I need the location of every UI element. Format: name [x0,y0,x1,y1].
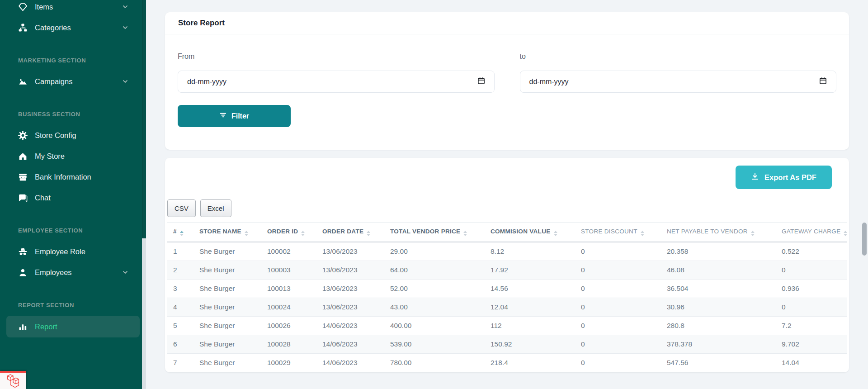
gem-icon [18,2,28,12]
table-cell: She Burger [193,335,261,354]
table-cell: 0 [775,261,847,280]
from-date-input[interactable]: dd-mm-yyyy [178,71,495,93]
csv-button[interactable]: CSV [167,199,196,217]
column-header-store-discount[interactable]: STORE DISCOUNT [575,223,660,242]
report-card-body: CSV Excel #STORE NAMEORDER IDORDER DATET… [165,197,849,372]
table-cell: 29.00 [384,242,484,261]
table-cell: 0 [575,261,660,280]
table-cell: 13/06/2023 [316,298,384,317]
table-cell: 13/06/2023 [316,242,384,261]
to-label: to [520,52,837,61]
sidebar-scrollbar-thumb[interactable] [142,0,146,238]
table-cell: 7 [167,354,193,372]
export-pdf-label: Export As PDF [764,173,816,182]
sort-arrows-icon [844,231,847,236]
table-cell: 52.00 [384,280,484,298]
report-table-header-row: #STORE NAMEORDER IDORDER DATETOTAL VENDO… [167,223,847,242]
calendar-icon-slot-from[interactable] [477,77,485,86]
calendar-icon [477,77,485,85]
report-table-card: Export As PDF CSV Excel #STORE NAMEORDER… [165,158,849,372]
table-cell: 100024 [261,298,316,317]
column-header-label: ORDER ID [267,228,298,235]
sidebar-item-label: Report [35,323,57,331]
table-cell: 0 [575,280,660,298]
table-cell: 4 [167,298,193,317]
sort-arrows-icon [641,231,644,236]
sidebar-item-chat[interactable]: Chat [0,187,146,208]
table-cell: 30.96 [660,298,775,317]
sort-arrows-icon [180,231,184,236]
page-scrollbar-thumb[interactable] [862,223,867,256]
sort-arrows-icon [751,231,755,236]
from-date-placeholder: dd-mm-yyyy [187,78,226,86]
sidebar-item-label: Campaigns [35,77,72,86]
filter-card-body: From dd-mm-yyyy to dd-mm-yyyy Filter [165,34,849,150]
sitemap-icon [18,23,28,33]
export-pdf-button[interactable]: Export As PDF [736,166,832,189]
calendar-icon-slot-to[interactable] [819,77,827,86]
table-row: 7She Burger10002914/06/2023780.00218.405… [167,354,847,372]
sidebar-item-report[interactable]: Report [6,316,140,337]
laravel-debug-badge[interactable] [0,371,26,389]
excel-button[interactable]: Excel [200,199,231,217]
column-header-store-name[interactable]: STORE NAME [193,223,261,242]
sidebar-item-my-store[interactable]: My Store [0,146,146,166]
sidebar-item-categories[interactable]: Categories [0,17,146,38]
download-icon [751,172,759,180]
store-report-card-header: Store Report [165,12,849,34]
column-header-total-vendor-price[interactable]: TOTAL VENDOR PRICE [384,223,484,242]
sort-arrows-icon [367,231,370,236]
main-content: Store Report From dd-mm-yyyy to dd-mm-yy… [146,0,868,389]
table-cell: 14.56 [484,280,575,298]
column-header-label: COMMISION VALUE [491,228,551,235]
table-cell: 17.92 [484,261,575,280]
table-cell: 3 [167,280,193,298]
to-date-input[interactable]: dd-mm-yyyy [520,71,837,93]
column-header-net-payable-to-vendor[interactable]: NET PAYABLE TO VENDOR [660,223,775,242]
column-header--[interactable]: # [167,223,193,242]
sidebar-item-bank-information[interactable]: Bank Information [0,166,146,187]
table-cell: 150.92 [484,335,575,354]
sort-arrows-icon [554,231,557,236]
sidebar-item-store-config[interactable]: Store Config [0,125,146,146]
table-cell: 378.378 [660,335,775,354]
sidebar-item-label: Store Config [35,131,76,140]
column-header-commision-value[interactable]: COMMISION VALUE [484,223,575,242]
table-cell: 9.702 [775,335,847,354]
table-cell: 0 [575,317,660,335]
column-header-label: TOTAL VENDOR PRICE [390,228,460,235]
sidebar-item-employees[interactable]: Employees [0,262,146,283]
sidebar-item-label: Items [35,3,53,11]
table-cell: She Burger [193,298,261,317]
table-cell: 7.2 [775,317,847,335]
table-cell: 12.04 [484,298,575,317]
report-card-header: Export As PDF [165,158,849,197]
table-cell: She Burger [193,317,261,335]
column-header-label: GATEWAY CHARGE [782,228,840,235]
page-title: Store Report [178,19,225,27]
table-cell: 14/06/2023 [316,317,384,335]
chevron-down-icon [122,269,129,276]
sidebar-item-employee-role[interactable]: Employee Role [0,241,146,262]
column-header-order-id[interactable]: ORDER ID [261,223,316,242]
sidebar-item-campaigns[interactable]: Campaigns [0,71,146,92]
table-cell: 0 [775,298,847,317]
table-cell: 43.00 [384,298,484,317]
sidebar-item-items[interactable]: Items [0,0,146,17]
column-header-gateway-charge[interactable]: GATEWAY CHARGE [775,223,847,242]
incognito-icon [18,247,28,256]
filter-button[interactable]: Filter [178,105,291,127]
column-header-order-date[interactable]: ORDER DATE [316,223,384,242]
sort-arrows-icon [245,231,248,236]
chevron-down-icon [122,24,129,31]
report-table-body: 1She Burger10000213/06/202329.008.12020.… [167,242,847,372]
sidebar-item-label: Employee Role [35,247,85,256]
sidebar-item-label: Categories [35,24,71,32]
table-cell: 0 [575,354,660,372]
table-cell: 100026 [261,317,316,335]
table-cell: 547.56 [660,354,775,372]
from-label: From [178,52,495,61]
home-icon [18,152,28,161]
table-cell: 0 [575,298,660,317]
table-cell: 280.8 [660,317,775,335]
